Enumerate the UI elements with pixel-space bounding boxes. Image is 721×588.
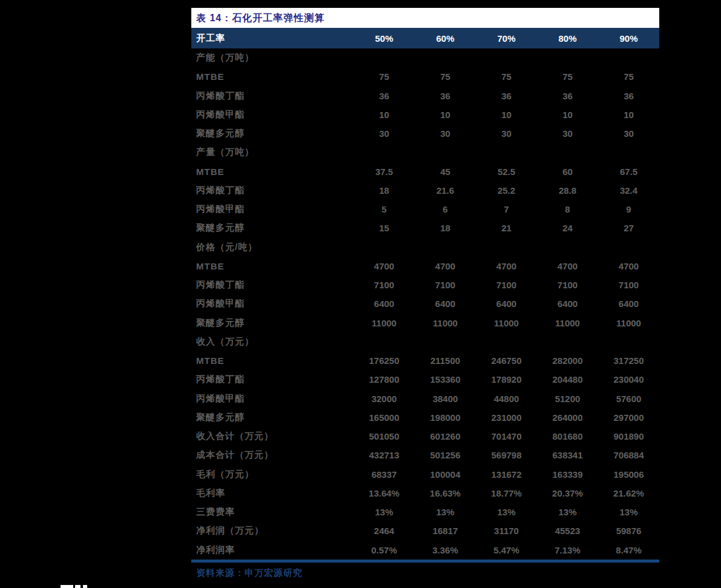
table-row: 丙烯酸甲酯64006400640064006400 [191, 294, 659, 313]
row-value: 246750 [476, 355, 537, 366]
row-value: 60 [537, 167, 598, 177]
table-row: MTBE7575757575 [191, 67, 659, 86]
row-value: 30 [354, 128, 415, 139]
row-label: 产量（万吨） [191, 147, 354, 158]
row-label: 产能（万吨） [191, 52, 354, 64]
row-value: 10 [415, 110, 476, 120]
table-row: 聚醚多元醇1518212427 [191, 219, 659, 237]
row-value: 3.36% [415, 545, 476, 555]
row-value: 24 [537, 223, 598, 233]
row-value: 297000 [598, 412, 659, 423]
table-row: 丙烯酸甲酯3200038400448005120057600 [191, 389, 659, 408]
row-value: 44800 [476, 394, 537, 404]
header-label-operating-rate: 开工率 [191, 33, 354, 44]
header-columns: 50%60%70%80%90% [354, 33, 659, 44]
row-value: 75 [598, 71, 659, 82]
row-label: 丙烯酸丁酯 [191, 185, 354, 196]
row-value: 21.6 [415, 185, 476, 196]
row-label: 聚醚多元醇 [191, 317, 354, 329]
row-value: 11000 [354, 318, 415, 328]
source-text: 资料来源：申万宏源研究 [191, 563, 659, 579]
clipped-text-fragment [75, 585, 81, 588]
row-value: 901890 [598, 431, 659, 441]
row-value: 7100 [354, 280, 415, 290]
row-value: 10 [537, 110, 598, 120]
row-value: 638341 [537, 450, 598, 460]
row-label: 三费费率 [191, 506, 354, 518]
row-label: 净利润（万元） [191, 525, 354, 537]
row-value: 20.37% [537, 488, 598, 498]
table-row: 丙烯酸丁酯71007100710071007100 [191, 276, 659, 294]
row-value: 176250 [354, 355, 415, 366]
row-value: 11000 [476, 318, 537, 328]
row-value: 13% [537, 507, 598, 517]
row-label: 聚醚多元醇 [191, 222, 354, 234]
clipped-text-fragment [83, 585, 87, 588]
row-value: 165000 [354, 412, 415, 423]
row-label: MTBE [191, 261, 354, 271]
row-value: 51200 [537, 394, 598, 404]
row-label: 聚醚多元醇 [191, 128, 354, 139]
row-value: 211500 [415, 355, 476, 366]
row-label: 丙烯酸甲酯 [191, 393, 354, 405]
row-value: 32.4 [598, 185, 659, 196]
row-value: 45523 [537, 526, 598, 536]
table-row: 三费费率13%13%13%13%13% [191, 503, 659, 521]
row-label: 丙烯酸甲酯 [191, 298, 354, 309]
row-value: 7100 [537, 280, 598, 290]
row-value: 501050 [354, 431, 415, 441]
row-value: 75 [537, 71, 598, 82]
row-value: 4700 [415, 261, 476, 271]
row-label: MTBE [191, 71, 354, 82]
table-row: 丙烯酸甲酯1010101010 [191, 105, 659, 124]
row-value: 4700 [354, 261, 415, 271]
row-label: MTBE [191, 167, 354, 177]
row-label: 丙烯酸甲酯 [191, 203, 354, 215]
table-header-row: 开工率 50%60%70%80%90% [191, 28, 659, 48]
table-row: 收入合计（万元）501050601260701470801680901890 [191, 427, 659, 446]
table-row: 净利润（万元）246416817311704552359876 [191, 521, 659, 540]
row-value: 264000 [537, 412, 598, 423]
row-label: 丙烯酸丁酯 [191, 90, 354, 102]
table-body: 产能（万吨）MTBE7575757575丙烯酸丁酯3636363636丙烯酸甲酯… [191, 48, 659, 560]
elasticity-table: 表 14：石化开工率弹性测算 开工率 50%60%70%80%90% 产能（万吨… [191, 8, 659, 579]
row-value: 701470 [476, 431, 537, 441]
row-value: 198000 [415, 412, 476, 423]
row-value: 195006 [598, 469, 659, 480]
row-value: 501256 [415, 450, 476, 460]
row-value: 127800 [354, 374, 415, 385]
row-value: 0.57% [354, 545, 415, 555]
row-value: 163339 [537, 469, 598, 480]
table-row: 毛利率13.64%16.63%18.77%20.37%21.62% [191, 484, 659, 503]
row-value: 52.5 [476, 167, 537, 177]
row-value: 7 [476, 204, 537, 214]
row-value: 30 [598, 128, 659, 139]
header-col-90pct: 90% [598, 33, 659, 44]
header-col-70pct: 70% [476, 33, 537, 44]
row-value: 153360 [415, 374, 476, 385]
row-value: 67.5 [598, 167, 659, 177]
row-value: 8 [537, 204, 598, 214]
row-value: 13% [476, 507, 537, 517]
header-col-80pct: 80% [537, 33, 598, 44]
row-label: 价格（元/吨） [191, 242, 354, 253]
clipped-text-fragment [61, 585, 73, 588]
row-value: 11000 [598, 318, 659, 328]
row-label: 收入（万元） [191, 336, 354, 348]
row-value: 30 [476, 128, 537, 139]
row-value: 28.8 [537, 185, 598, 196]
report-page: 表 14：石化开工率弹性测算 开工率 50%60%70%80%90% 产能（万吨… [0, 0, 721, 588]
row-value: 6400 [598, 299, 659, 309]
table-row: 丙烯酸甲酯56789 [191, 200, 659, 219]
row-value: 36 [415, 91, 476, 101]
row-label: MTBE [191, 355, 354, 366]
table-title: 表 14：石化开工率弹性测算 [191, 8, 659, 28]
row-value: 36 [537, 91, 598, 101]
row-value: 30 [415, 128, 476, 139]
section-row: 产能（万吨） [191, 48, 659, 67]
row-label: 收入合计（万元） [191, 431, 354, 442]
row-value: 13% [415, 507, 476, 517]
row-label: 毛利率 [191, 487, 354, 499]
row-label: 成本合计（万元） [191, 449, 354, 461]
row-value: 6 [415, 204, 476, 214]
